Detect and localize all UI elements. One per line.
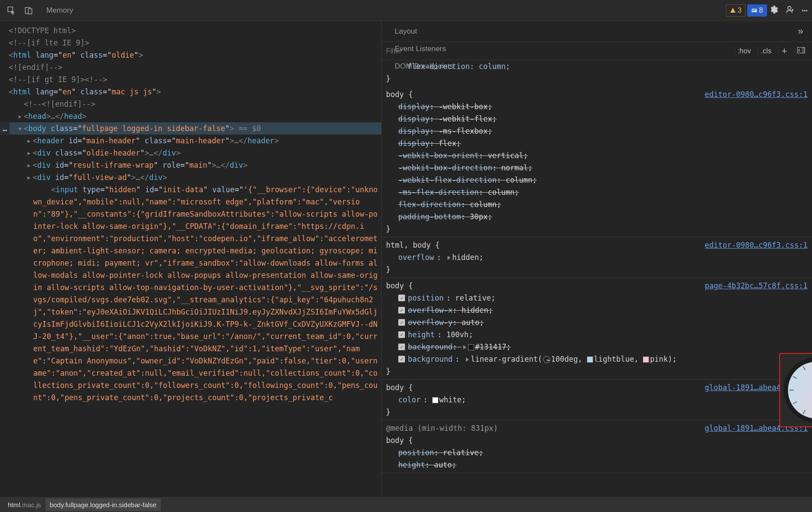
breadcrumb-item[interactable]: html.mac.js	[3, 498, 45, 511]
dom-line[interactable]: <input type="hidden" id="init-data" valu…	[9, 183, 381, 404]
svg-rect-2	[28, 9, 32, 14]
breadcrumb-item[interactable]: body.fullpage.logged-in.sidebar-false	[45, 498, 161, 511]
style-declaration[interactable]: ✓position: relative;	[386, 292, 808, 304]
color-swatch[interactable]	[432, 397, 438, 403]
warnings-count: 3	[738, 7, 742, 14]
errors-count: 8	[759, 7, 763, 14]
style-rule[interactable]: @media (min-width: 831px)body {global-18…	[382, 420, 812, 473]
dom-line[interactable]: <!--[if gt IE 9]><!-->	[9, 73, 381, 86]
dom-line[interactable]: <!--<![endif]-->	[9, 98, 381, 110]
more-tabs-icon[interactable]: »	[794, 23, 808, 40]
svg-point-6	[788, 7, 791, 10]
dom-line[interactable]: <!DOCTYPE html>	[9, 24, 381, 37]
account-icon[interactable]	[785, 5, 795, 16]
dom-line[interactable]: ▸<div id="full-view-ad">…</div>	[9, 171, 381, 183]
style-rule[interactable]: html, body {editor-0980…c96f3.css:1overf…	[382, 237, 812, 278]
source-link[interactable]: editor-0980…c96f3.css:1	[705, 239, 808, 251]
dom-line[interactable]: ▸<head>…</head>	[9, 110, 381, 122]
color-swatch[interactable]	[587, 356, 593, 363]
style-rules-list[interactable]: flex-direction: column; } body {editor-0…	[382, 60, 812, 497]
tab-memory[interactable]: Memory	[38, 1, 97, 20]
expand-triangle-icon[interactable]	[466, 357, 469, 362]
style-declaration[interactable]: flex-direction: column;	[386, 198, 808, 211]
dom-line[interactable]: <![endif]-->	[9, 61, 381, 73]
styles-filter-input[interactable]	[386, 47, 730, 55]
svg-rect-5	[752, 10, 755, 11]
style-declaration[interactable]: -webkit-flex-direction: column;	[386, 174, 808, 186]
toggle-sidebar-icon[interactable]	[794, 47, 808, 55]
toggle-checkbox[interactable]: ✓	[398, 343, 405, 350]
angle-clock-face[interactable]	[788, 362, 812, 419]
dom-line[interactable]: ▸<div id="result-iframe-wrap" role="main…	[9, 159, 381, 171]
style-rule[interactable]: body {global-1891…abea4.css:1color: whit…	[382, 380, 812, 420]
style-declaration[interactable]: ✓background: linear-gradient(100deg, lig…	[386, 353, 808, 365]
settings-gear-icon[interactable]	[769, 5, 778, 16]
style-declaration[interactable]: display: -webkit-box;	[386, 100, 808, 113]
style-declaration[interactable]: display: flex;	[386, 137, 808, 149]
elements-tree-panel: <!DOCTYPE html><!--[if lte IE 9]><html l…	[0, 21, 382, 497]
style-declaration[interactable]: color: white;	[386, 394, 808, 406]
style-declaration[interactable]: position: relative;	[386, 446, 808, 459]
style-declaration[interactable]: -ms-flex-direction: column;	[386, 186, 808, 198]
warnings-badge[interactable]: 3	[726, 4, 746, 17]
toggle-checkbox[interactable]: ✓	[398, 356, 405, 363]
angle-swatch-icon[interactable]	[543, 356, 550, 363]
toggle-checkbox[interactable]: ✓	[398, 294, 405, 301]
style-declaration[interactable]: ✓overflow-y: auto;	[386, 316, 808, 329]
devtools-tab-bar: ElementsConsoleSourcesPerformanceMemoryA…	[0, 0, 812, 21]
style-declaration[interactable]: ✓overflow-x: hidden;	[386, 304, 808, 316]
style-declaration[interactable]: -webkit-box-orient: vertical;	[386, 149, 808, 162]
svg-point-7	[791, 9, 793, 11]
color-swatch[interactable]	[468, 344, 474, 350]
style-declaration[interactable]: ✓background: #131417;	[386, 341, 808, 353]
expand-triangle-icon[interactable]	[448, 256, 451, 260]
new-style-rule-button[interactable]: +	[778, 45, 790, 57]
style-declaration[interactable]: display: -webkit-flex;	[386, 113, 808, 125]
styles-tab-bar: StylesComputedLayoutEvent ListenersDOM B…	[382, 21, 812, 42]
style-declaration[interactable]: ✓height: 100vh;	[386, 329, 808, 341]
svg-rect-9	[802, 48, 805, 53]
style-declaration[interactable]: -webkit-box-direction: normal;	[386, 162, 808, 174]
toggle-checkbox[interactable]: ✓	[398, 319, 405, 326]
svg-rect-4	[752, 10, 756, 10]
source-link[interactable]: editor-0980…c96f3.css:1	[705, 88, 808, 100]
device-toolbar-icon[interactable]	[21, 3, 37, 18]
dom-line[interactable]: … ▾<body class="fullpage logged-in sideb…	[9, 122, 381, 135]
angle-picker-popup[interactable]	[779, 353, 812, 427]
dom-tree[interactable]: <!DOCTYPE html><!--[if lte IE 9]><html l…	[0, 21, 381, 404]
color-swatch[interactable]	[643, 356, 649, 363]
dom-line[interactable]: <html lang="en" class="mac js js">	[9, 86, 381, 98]
style-declaration[interactable]: height: auto;	[386, 459, 808, 471]
toggle-checkbox[interactable]: ✓	[398, 307, 405, 314]
dom-line[interactable]: <!--[if lte IE 9]>	[9, 37, 381, 49]
errors-badge[interactable]: 8	[747, 4, 767, 17]
more-vertical-icon[interactable]: ⋯	[802, 5, 809, 16]
styles-tab-layout[interactable]: Layout	[386, 23, 462, 40]
toggle-checkbox[interactable]: ✓	[398, 331, 405, 338]
style-declaration[interactable]: overflow: hidden;	[386, 251, 808, 263]
dom-line[interactable]: ▸<div class="oldie-header">…</div>	[9, 147, 381, 159]
hov-toggle[interactable]: :hov	[735, 47, 753, 55]
styles-panel: StylesComputedLayoutEvent ListenersDOM B…	[382, 21, 812, 497]
style-declaration[interactable]: display: -ms-flexbox;	[386, 125, 808, 137]
expand-triangle-icon[interactable]	[463, 345, 466, 349]
style-rule-fragment: flex-direction: column; }	[382, 60, 812, 86]
style-declaration[interactable]: padding-bottom: 30px;	[386, 211, 808, 223]
dom-line[interactable]: ▸<header id="main-header" class="main-he…	[9, 135, 381, 147]
style-rule[interactable]: body {page-4b32bc…57c8f.css:1✓position: …	[382, 278, 812, 380]
style-rule[interactable]: body {editor-0980…c96f3.css:1display: -w…	[382, 86, 812, 237]
source-link[interactable]: page-4b32bc…57c8f.css:1	[705, 280, 808, 292]
elements-breadcrumb: html.mac.jsbody.fullpage.logged-in.sideb…	[0, 497, 812, 512]
cls-toggle[interactable]: .cls	[758, 47, 774, 55]
inspect-element-icon[interactable]	[3, 3, 19, 18]
dom-line[interactable]: <html lang="en" class="oldie">	[9, 49, 381, 61]
styles-filter-bar: :hov .cls +	[382, 42, 812, 60]
